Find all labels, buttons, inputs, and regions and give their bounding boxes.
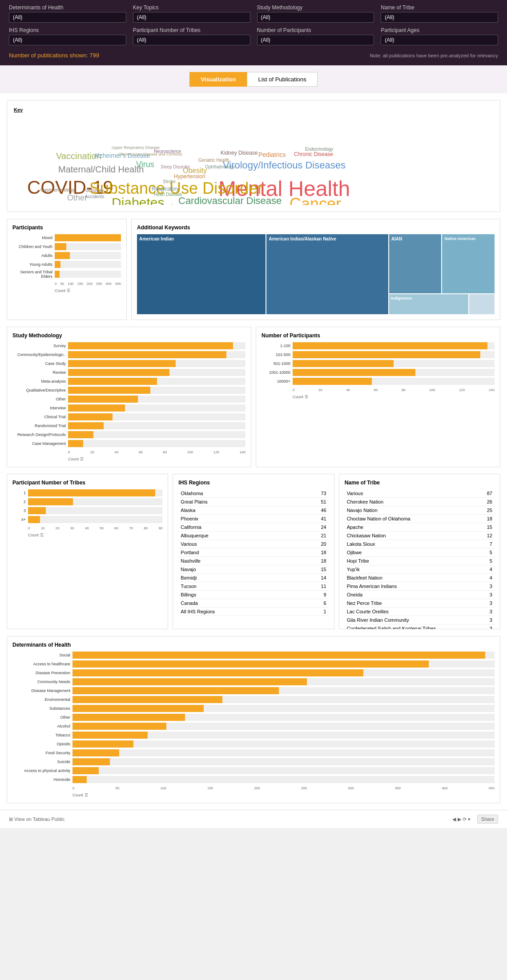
bar-row: Access to healthcare: [12, 660, 495, 668]
bar-fill: [293, 369, 415, 376]
bar-row: Review: [12, 369, 245, 376]
tab-list-publications[interactable]: List of Publications: [247, 72, 317, 87]
word-heart-disease[interactable]: Heart Disease: [154, 192, 182, 197]
word-stroke[interactable]: Stroke: [163, 180, 176, 184]
bar-fill: [72, 687, 279, 694]
filter-select[interactable]: (All): [9, 12, 126, 23]
word-geriatric-health[interactable]: Geriatric Health: [198, 158, 229, 163]
table-cell-value: 3: [480, 616, 495, 624]
filter-group-ihs-regions: IHS Regions(All): [9, 27, 126, 45]
filter-group-participant-ages: Participant Ages(All): [381, 27, 498, 45]
bar-row: Research Design/Protocols: [12, 431, 245, 438]
bar-fill: [68, 387, 150, 394]
bar-wrap: [68, 369, 245, 376]
word-kidney-disease[interactable]: Kidney Disease: [221, 150, 258, 156]
bar-fill: [72, 767, 99, 774]
bar-row: Adults: [12, 252, 121, 259]
filter-label: Key Topics: [133, 4, 250, 11]
word-accidents[interactable]: Accidents: [85, 195, 104, 199]
participant-number-title: Participant Number of Tribes: [12, 480, 162, 486]
bar-fill: [293, 378, 372, 385]
filter-select[interactable]: (All): [257, 12, 374, 23]
table-row: Nez Perce Tribe3: [345, 599, 495, 608]
num-participants-chart: Number of Participants 1-100101-500501-1…: [256, 327, 500, 467]
bar-wrap: [55, 252, 121, 259]
axis-labels: 0102030405060708090: [28, 525, 162, 530]
word-pulmonary[interactable]: Pulmonary: [83, 188, 104, 193]
bar-fill: [28, 507, 46, 514]
filter-select[interactable]: (All): [381, 35, 498, 45]
table-cell-label: Nashville: [178, 557, 298, 565]
bar-wrap: [68, 431, 245, 438]
axis-labels: 020406080100120140: [68, 449, 245, 454]
bar-label: Community Needs: [12, 680, 70, 684]
table-cell-label: Alaska: [178, 506, 298, 515]
word-respiratory[interactable]: Respiratory: [152, 186, 179, 192]
bar-wrap: [68, 440, 245, 447]
footer-right: ◀ ▶ ⟳ ▾ Share: [452, 815, 498, 824]
table-cell-label: Albuquerque: [178, 532, 298, 540]
bar-fill: [72, 749, 119, 756]
tabs-section: Visualization List of Publications: [0, 65, 507, 93]
word-cancer[interactable]: Cancer: [290, 196, 341, 205]
bar-fill: [72, 740, 133, 748]
table-cell-label: Nez Perce Tribe: [345, 599, 481, 608]
filter-select[interactable]: (All): [381, 12, 498, 23]
table-row: Navajo15: [178, 565, 328, 574]
table-row: Ojibwe5: [345, 548, 495, 557]
table-cell-label: Lakota Sioux: [345, 540, 481, 548]
bar-row: Survey: [12, 342, 245, 349]
axis-labels: 050100150200250300350400450: [72, 785, 495, 790]
bar-label: Food Security: [12, 751, 70, 755]
tab-visualization[interactable]: Visualization: [189, 72, 247, 87]
bar-row: 10000+: [262, 378, 495, 385]
table-cell-label: Confederated Salish and Kootenai Tribes: [345, 624, 481, 630]
word-chronic-disease[interactable]: Chronic Disease: [294, 152, 333, 157]
filter-label: Determinants of Health: [9, 4, 126, 11]
word-oncology[interactable]: Oncology: [161, 204, 179, 205]
share-btn[interactable]: Share: [477, 815, 498, 824]
axis-labels: 050100150200250300350: [55, 280, 121, 286]
filter-label: Study Methodology: [257, 4, 374, 11]
count-label: Count ☰: [28, 533, 162, 537]
table-cell-value: 21: [298, 532, 329, 540]
word-sleep-disorder[interactable]: Sleep Disorder: [161, 165, 190, 169]
bar-fill: [55, 252, 70, 259]
table-cell-value: 3: [480, 582, 495, 591]
word-maternal-child-health[interactable]: Maternal/Child Health: [58, 165, 144, 174]
word-cardiovascular-disease[interactable]: Cardiovascular Disease: [178, 196, 282, 205]
table-cell-label: Chickasaw Nation: [345, 532, 481, 540]
word-chronic-liver-disease-and-cirrhosis[interactable]: Chronic Liver Disease and Cirrhosis: [118, 152, 182, 156]
filter-select[interactable]: (All): [133, 35, 250, 45]
bar-wrap: [293, 351, 495, 358]
word-endocrinology[interactable]: Endocrinology: [305, 147, 333, 152]
filter-select[interactable]: (All): [133, 12, 250, 23]
word-diabetes[interactable]: Diabetes: [112, 196, 164, 205]
bar-label: Children and Youth: [12, 244, 52, 249]
table-cell-value: 3: [480, 608, 495, 616]
bar-label: Alcohol: [12, 724, 70, 728]
bar-wrap: [293, 369, 495, 376]
tribe-name-box: Name of Tribe Various87Cherokee Nation26…: [339, 474, 500, 629]
tableau-link[interactable]: ⊞ View on Tableau Public: [9, 816, 64, 822]
table-cell-value: 18: [298, 548, 329, 557]
table-cell-value: 9: [298, 591, 329, 599]
word-other[interactable]: Other: [67, 194, 87, 202]
word-hypertension[interactable]: Hypertension: [174, 174, 205, 179]
word-virology-infectious-diseases[interactable]: Virology/Infectious Diseases: [223, 160, 346, 170]
filter-select[interactable]: (All): [257, 35, 374, 45]
bar-wrap: [72, 714, 495, 721]
participants-title: Participants: [12, 224, 121, 231]
word-pediatrics[interactable]: Pediatrics: [258, 152, 286, 158]
bar-fill: [68, 396, 138, 403]
keyword-american-indian: American Indian: [137, 234, 266, 314]
word-upper-respiratory-disease[interactable]: Upper Respiratory Disease: [112, 146, 160, 150]
word-ophthalmology[interactable]: Ophthalmology: [205, 165, 235, 169]
word-virus[interactable]: Virus: [136, 160, 154, 168]
bar-fill: [68, 360, 176, 367]
filter-select[interactable]: (All): [9, 35, 126, 45]
table-cell-label: Navajo: [178, 565, 298, 574]
word-gastroenterology[interactable]: Gastroenterology: [40, 188, 75, 192]
participants-chart: Participants MixedChildren and YouthAdul…: [7, 219, 127, 320]
bar-label: Case Study: [12, 361, 66, 366]
